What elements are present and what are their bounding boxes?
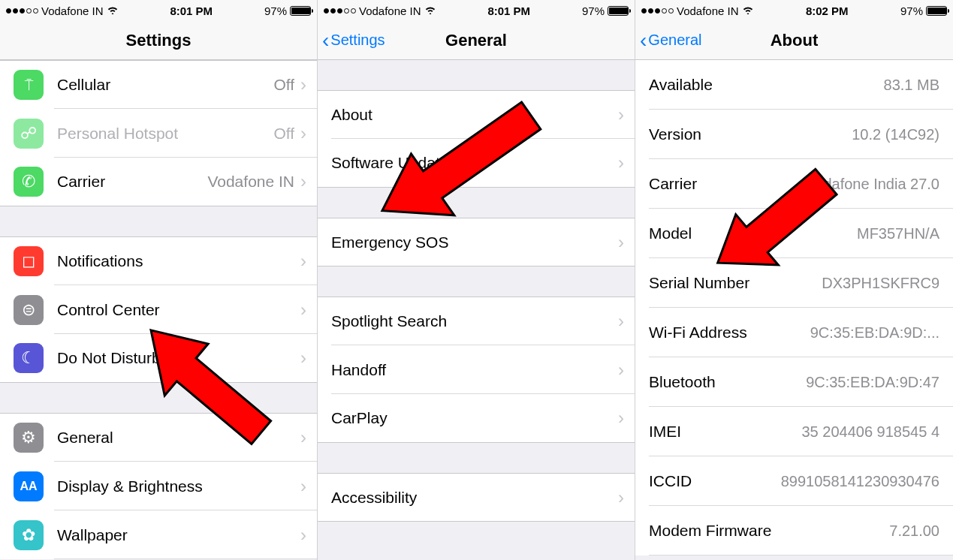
nav-bar: ‹ Settings General (318, 21, 635, 60)
row-label: Software Update (331, 154, 618, 172)
chevron-right-icon: › (618, 106, 624, 124)
clock: 8:02 PM (806, 5, 849, 17)
status-bar: Vodafone IN 8:02 PM 97% (635, 0, 953, 21)
row-bluetooth[interactable]: Bluetooth 9C:35:EB:DA:9D:47 (635, 357, 953, 407)
chevron-right-icon: › (618, 489, 624, 507)
row-carrier-info[interactable]: Carrier Vodafone India 27.0 (635, 159, 953, 209)
row-wifi-address[interactable]: Wi-Fi Address 9C:35:EB:DA:9D:... (635, 308, 953, 357)
row-label: Control Center (57, 301, 300, 319)
wifi-icon (742, 5, 754, 17)
back-button[interactable]: ‹ Settings (322, 30, 385, 51)
row-label: Carrier (649, 175, 697, 193)
chevron-right-icon: › (300, 301, 306, 319)
row-label: Serial Number (649, 274, 749, 292)
row-value: 10.2 (14C92) (852, 126, 939, 143)
clock: 8:01 PM (487, 5, 530, 17)
chevron-right-icon: › (300, 173, 306, 191)
wallpaper-icon: ✿ (14, 520, 44, 550)
nav-bar: ‹ General About (635, 21, 953, 60)
row-about[interactable]: About › (318, 90, 635, 139)
chevron-right-icon: › (300, 477, 306, 495)
chevron-right-icon: › (618, 312, 624, 330)
row-value: 83.1 MB (884, 77, 939, 94)
wifi-icon (107, 5, 119, 17)
signal-icon (324, 8, 356, 14)
pane-about: Vodafone IN 8:02 PM 97% ‹ General About … (635, 0, 953, 560)
row-accessibility[interactable]: Accessibility › (318, 473, 635, 522)
row-iccid[interactable]: ICCID 8991058141230930476 (635, 456, 953, 506)
row-label: Wi-Fi Address (649, 324, 747, 342)
chevron-right-icon: › (300, 349, 306, 367)
row-label: Modem Firmware (649, 522, 771, 540)
row-model[interactable]: Model MF357HN/A (635, 209, 953, 258)
row-version[interactable]: Version 10.2 (14C92) (635, 110, 953, 159)
status-bar: Vodafone IN 8:01 PM 97% (318, 0, 635, 21)
display-icon: AA (14, 471, 44, 501)
row-label: Notifications (57, 252, 300, 270)
row-serial[interactable]: Serial Number DX3PH1SKFRC9 (635, 258, 953, 308)
row-handoff[interactable]: Handoff › (318, 345, 635, 394)
signal-icon (641, 8, 674, 14)
battery-pct: 97% (582, 5, 605, 17)
battery-icon (608, 6, 629, 16)
chevron-left-icon: ‹ (322, 30, 329, 51)
row-value: 9C:35:EB:DA:9D:47 (806, 374, 939, 391)
gear-icon: ⚙ (14, 423, 44, 453)
row-label: Personal Hotspot (57, 125, 273, 143)
row-general[interactable]: ⚙ General › (0, 413, 317, 462)
moon-icon: ☾ (14, 343, 44, 373)
wifi-icon (424, 5, 436, 17)
row-modem[interactable]: Modem Firmware 7.21.00 (635, 506, 953, 555)
row-label: Accessibility (331, 489, 618, 507)
chevron-right-icon: › (618, 154, 624, 172)
row-notifications[interactable]: ◻ Notifications › (0, 236, 317, 285)
battery-icon (290, 6, 311, 16)
row-value: 7.21.00 (889, 522, 939, 540)
pane-settings: Vodafone IN 8:01 PM 97% Settings ⍑ Cellu… (0, 0, 318, 560)
row-wallpaper[interactable]: ✿ Wallpaper › (0, 510, 317, 559)
row-label: Wallpaper (57, 526, 300, 544)
row-label: Bluetooth (649, 373, 716, 391)
row-hotspot[interactable]: ☍ Personal Hotspot Off › (0, 109, 317, 158)
row-software-update[interactable]: Software Update › (318, 139, 635, 188)
chevron-right-icon: › (618, 361, 624, 379)
chevron-right-icon: › (300, 252, 306, 270)
row-control-center[interactable]: ⊜ Control Center › (0, 285, 317, 334)
signal-icon (6, 8, 38, 14)
row-dnd[interactable]: ☾ Do Not Disturb › (0, 334, 317, 383)
control-center-icon: ⊜ (14, 295, 44, 325)
row-carplay[interactable]: CarPlay › (318, 394, 635, 443)
back-button[interactable]: ‹ General (640, 30, 701, 51)
row-value: MF357HN/A (857, 225, 939, 242)
row-label: IMEI (649, 423, 681, 441)
back-label: Settings (330, 32, 385, 49)
phone-icon: ✆ (14, 167, 44, 197)
row-cellular[interactable]: ⍑ Cellular Off › (0, 60, 317, 109)
nav-bar: Settings (0, 21, 317, 60)
row-value: 9C:35:EB:DA:9D:... (810, 324, 939, 342)
row-carrier[interactable]: ✆ Carrier Vodafone IN › (0, 158, 317, 206)
chevron-right-icon: › (300, 125, 306, 143)
battery-pct: 97% (900, 5, 923, 17)
row-sos[interactable]: Emergency SOS › (318, 218, 635, 266)
row-value: Off (273, 125, 294, 143)
pane-general: Vodafone IN 8:01 PM 97% ‹ Settings Gener… (318, 0, 635, 560)
row-value: 35 204406 918545 4 (801, 423, 939, 441)
page-title: Settings (0, 31, 317, 50)
row-value: DX3PH1SKFRC9 (822, 275, 939, 292)
row-value: Vodafone IN (207, 173, 294, 191)
row-label: ICCID (649, 472, 692, 490)
notifications-icon: ◻ (14, 246, 44, 276)
row-available[interactable]: Available 83.1 MB (635, 60, 953, 110)
row-label: Cellular (57, 76, 273, 94)
row-value: Off (273, 76, 294, 94)
row-label: Emergency SOS (331, 233, 618, 251)
back-label: General (648, 32, 701, 49)
row-label: Carrier (57, 173, 207, 191)
chevron-right-icon: › (300, 429, 306, 447)
hotspot-icon: ☍ (14, 119, 44, 149)
row-imei[interactable]: IMEI 35 204406 918545 4 (635, 407, 953, 456)
row-value: Vodafone India 27.0 (806, 176, 939, 193)
row-display[interactable]: AA Display & Brightness › (0, 462, 317, 510)
row-spotlight[interactable]: Spotlight Search › (318, 297, 635, 345)
